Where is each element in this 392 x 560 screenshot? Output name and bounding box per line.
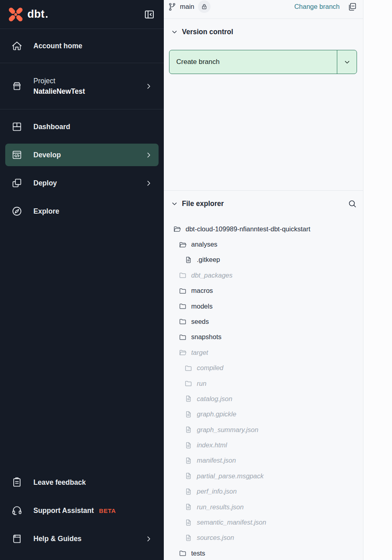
- sidebar-item-label: Support Assistant: [33, 505, 94, 516]
- git-branch-icon: [168, 2, 177, 11]
- dashboard-icon: [11, 121, 23, 132]
- tree-item[interactable]: dbt_packages: [169, 268, 357, 283]
- tree-item[interactable]: dbt-cloud-109989-nfianntest-dbt-quicksta…: [169, 221, 357, 237]
- tree-item[interactable]: partial_parse.msgpack: [169, 468, 357, 484]
- tree-item-label: dbt_packages: [191, 272, 233, 279]
- tree-item[interactable]: graph.gpickle: [169, 407, 357, 422]
- file-search-button[interactable]: [348, 199, 357, 208]
- tree-item-label: partial_parse.msgpack: [197, 472, 264, 480]
- sidebar-item-leave-feedback[interactable]: Leave feedback: [0, 468, 164, 496]
- tree-item[interactable]: analyses: [169, 237, 357, 252]
- tree-item[interactable]: target: [169, 345, 357, 360]
- sidebar-item-support-assistant[interactable]: Support Assistant BETA: [0, 496, 164, 525]
- sidebar-item-label: Project: [33, 76, 85, 86]
- sidebar-item-label: Explore: [33, 206, 59, 216]
- file-icon: [184, 488, 192, 496]
- tree-item-label: run_results.json: [197, 503, 243, 511]
- file-icon: [184, 395, 192, 403]
- tree-item-label: index.html: [197, 441, 227, 449]
- home-icon: [11, 40, 23, 51]
- collapse-sidebar-button[interactable]: [143, 8, 156, 21]
- sidebar-item-explore[interactable]: Explore: [0, 197, 164, 225]
- tree-item[interactable]: compiled: [169, 360, 357, 375]
- copy-icon: [347, 2, 357, 12]
- deploy-icon: [11, 177, 23, 189]
- tree-item[interactable]: run: [169, 376, 357, 391]
- version-control-title: Version control: [182, 28, 233, 36]
- tree-item-label: .gitkeep: [197, 256, 220, 264]
- file-explorer-header[interactable]: File explorer: [169, 199, 357, 209]
- version-control-header[interactable]: Version control: [169, 27, 357, 37]
- tree-item[interactable]: perf_info.json: [169, 484, 357, 499]
- code-window-icon: [11, 149, 23, 161]
- tree-item[interactable]: semantic_manifest.json: [169, 515, 357, 530]
- sidebar-item-sublabel: NatalieNewTest: [33, 86, 85, 97]
- editor-area-edge: [363, 0, 392, 560]
- sidebar-item-project[interactable]: Project NatalieNewTest: [0, 63, 164, 109]
- file-icon: [184, 534, 192, 542]
- chevron-down-icon: [171, 200, 178, 207]
- create-branch-dropdown-button[interactable]: [337, 50, 357, 74]
- chevron-down-icon: [344, 59, 351, 66]
- dbt-logo-icon: [7, 6, 24, 23]
- tree-item-label: tests: [191, 550, 205, 557]
- dbt-cloud-app: dbt Account home Project NatalieNewTest: [0, 0, 392, 560]
- lock-icon: [201, 3, 208, 10]
- file-icon: [184, 426, 192, 434]
- tree-item-label: analyses: [191, 241, 217, 248]
- tree-item[interactable]: macros: [169, 283, 357, 298]
- tree-item[interactable]: .gitkeep: [169, 252, 357, 268]
- create-branch-button[interactable]: Create branch: [169, 50, 337, 74]
- archive-icon: [11, 80, 23, 92]
- book-icon: [11, 533, 23, 544]
- tree-item[interactable]: seeds: [169, 314, 357, 329]
- sidebar-item-label: Dashboard: [33, 121, 70, 132]
- tree-item-label: seeds: [191, 318, 209, 325]
- tree-item[interactable]: sources.json: [169, 530, 357, 546]
- clipboard-icon: [11, 477, 23, 488]
- copy-branch-button[interactable]: [347, 2, 357, 12]
- headset-icon: [11, 505, 23, 516]
- sidebar-nav: Account home Project NatalieNewTest Dash…: [0, 29, 164, 225]
- tree-item-label: snapshots: [191, 333, 221, 341]
- sidebar-item-dashboard[interactable]: Dashboard: [0, 113, 164, 141]
- tree-item-label: sources.json: [197, 534, 234, 541]
- sidebar: dbt Account home Project NatalieNewTest: [0, 0, 164, 560]
- tree-item[interactable]: tests: [169, 546, 357, 560]
- tree-item[interactable]: index.html: [169, 437, 357, 453]
- folder-icon: [184, 364, 192, 372]
- sidebar-item-label: Help & Guides: [33, 533, 82, 544]
- chevron-right-icon: [145, 535, 153, 543]
- sidebar-item-label: Develop: [33, 150, 61, 160]
- sidebar-item-help-guides[interactable]: Help & Guides: [0, 525, 164, 553]
- sidebar-item-label: Account home: [33, 41, 83, 51]
- tree-item[interactable]: manifest.json: [169, 453, 357, 468]
- folder-icon: [179, 549, 187, 557]
- tree-item-label: compiled: [197, 364, 223, 372]
- tree-item[interactable]: run_results.json: [169, 499, 357, 515]
- chevron-right-icon: [145, 179, 153, 187]
- file-explorer-section: File explorer dbt-cloud-109989-nfianntes…: [164, 191, 363, 560]
- sidebar-item-deploy[interactable]: Deploy: [0, 169, 164, 197]
- sidebar-item-develop[interactable]: Develop: [0, 141, 164, 169]
- tree-item-label: run: [197, 380, 206, 387]
- chevron-down-icon: [171, 29, 178, 35]
- file-icon: [184, 472, 192, 480]
- sidebar-item-account-home[interactable]: Account home: [0, 29, 164, 63]
- tree-item[interactable]: catalog.json: [169, 391, 357, 406]
- tree-item-label: macros: [191, 287, 213, 294]
- tree-item[interactable]: graph_summary.json: [169, 422, 357, 437]
- tree-item-label: manifest.json: [197, 457, 236, 464]
- file-tree: dbt-cloud-109989-nfianntest-dbt-quicksta…: [169, 221, 357, 560]
- branch-topbar: main Change branch: [164, 0, 363, 19]
- change-branch-link[interactable]: Change branch: [294, 3, 340, 10]
- folder-open-icon: [179, 241, 187, 249]
- tree-item[interactable]: snapshots: [169, 329, 357, 345]
- file-icon: [184, 519, 192, 527]
- develop-side-panel: main Change branch Version control Creat…: [164, 0, 363, 560]
- sidebar-item-label: Leave feedback: [33, 477, 86, 488]
- dbt-logo-text: dbt: [27, 8, 47, 21]
- file-icon: [184, 441, 192, 449]
- tree-item[interactable]: models: [169, 299, 357, 314]
- folder-icon: [179, 333, 187, 341]
